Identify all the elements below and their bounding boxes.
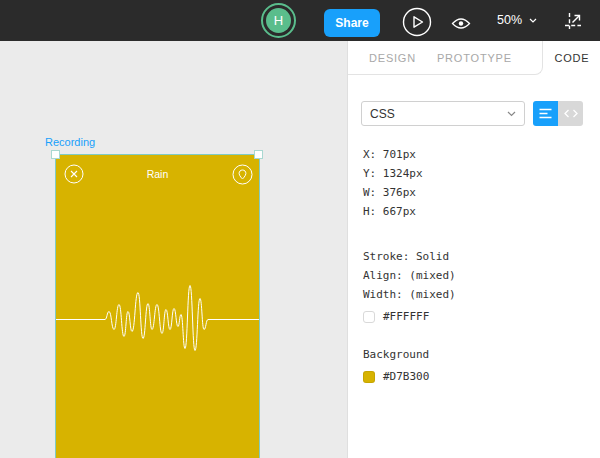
avatar[interactable]: H xyxy=(261,3,296,38)
selection-handle-top-left[interactable] xyxy=(51,150,60,159)
inspector-panel: DESIGN PROTOTYPE CODE CSS xyxy=(347,41,600,458)
present-play-button[interactable] xyxy=(402,7,432,37)
waveform-graphic xyxy=(56,155,259,458)
artboard-recording[interactable]: Rain xyxy=(56,155,259,458)
tab-prototype[interactable]: PROTOTYPE xyxy=(437,52,512,64)
avatar-initial: H xyxy=(266,8,291,33)
figma-app: H Share 50% xyxy=(0,0,600,458)
stroke-color-swatch xyxy=(363,311,375,323)
prop-align: Align: (mixed) xyxy=(363,266,456,285)
background-properties: Background #D7B300 xyxy=(363,345,429,386)
prop-width: Width: (mixed) xyxy=(363,285,456,304)
zoom-dropdown[interactable]: 50% xyxy=(497,13,537,27)
position-properties: X: 701px Y: 1324px W: 376px H: 667px xyxy=(363,145,423,221)
panel-tabs: DESIGN PROTOTYPE CODE xyxy=(348,41,600,75)
stroke-color-hex: #FFFFFF xyxy=(383,307,429,326)
play-icon xyxy=(402,7,432,37)
selection-handle-top-right[interactable] xyxy=(254,150,263,159)
chevron-down-icon xyxy=(529,18,537,23)
prop-stroke: Stroke: Solid xyxy=(363,247,456,266)
canvas[interactable]: Recording Rain xyxy=(0,41,347,458)
background-color-swatch xyxy=(363,371,375,383)
eye-icon xyxy=(451,17,471,30)
align-left-icon xyxy=(539,108,552,119)
prop-w: W: 376px xyxy=(363,183,423,202)
raw-code-view-button[interactable] xyxy=(558,101,583,126)
background-color-hex: #D7B300 xyxy=(383,367,429,386)
code-language-select[interactable]: CSS xyxy=(361,101,525,126)
zoom-level: 50% xyxy=(497,13,522,27)
top-toolbar: H Share 50% xyxy=(0,0,600,41)
crop-icon xyxy=(563,10,585,33)
share-button[interactable]: Share xyxy=(324,9,380,37)
canvas-tools-button[interactable] xyxy=(563,10,585,37)
stroke-properties: Stroke: Solid Align: (mixed) Width: (mix… xyxy=(363,247,456,326)
pretty-view-button[interactable] xyxy=(533,101,558,126)
stroke-color-row[interactable]: #FFFFFF xyxy=(363,307,456,326)
chevron-down-icon xyxy=(507,111,516,117)
code-view-toggle xyxy=(533,101,583,126)
code-language-value: CSS xyxy=(370,107,395,121)
code-brackets-icon xyxy=(564,109,578,118)
prop-h: H: 667px xyxy=(363,202,423,221)
prop-y: Y: 1324px xyxy=(363,164,423,183)
inactive-tabs-group: DESIGN PROTOTYPE xyxy=(348,41,543,75)
frame-label[interactable]: Recording xyxy=(45,136,95,148)
background-label: Background xyxy=(363,345,429,364)
prop-x: X: 701px xyxy=(363,145,423,164)
tab-code[interactable]: CODE xyxy=(543,41,600,75)
observation-mode-button[interactable] xyxy=(451,16,471,34)
background-color-row[interactable]: #D7B300 xyxy=(363,367,429,386)
tab-design[interactable]: DESIGN xyxy=(369,52,416,64)
